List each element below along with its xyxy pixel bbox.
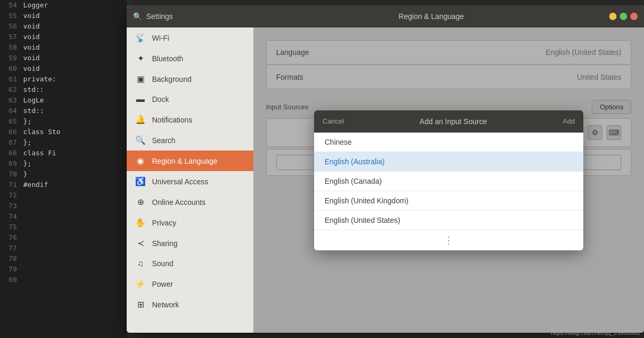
sidebar-label-network: Network (152, 301, 179, 309)
sidebar-label-search: Search (152, 136, 175, 145)
sidebar-label-power: Power (152, 280, 173, 288)
sidebar-label-sharing: Sharing (152, 239, 177, 248)
sidebar-item-background[interactable]: ▣ Background (127, 69, 253, 89)
sidebar-label-notifications: Notifications (152, 116, 192, 124)
sidebar-label-privacy: Privacy (152, 219, 176, 227)
dialog-list-item[interactable]: English (Australia) (314, 152, 583, 172)
line-numbers: 5455565758596061626364656667686970717273… (0, 0, 21, 338)
sidebar-item-dock[interactable]: ▬ Dock (127, 89, 253, 109)
maximize-button[interactable] (620, 13, 627, 20)
bluetooth-icon: ✦ (135, 53, 146, 63)
sound-icon: ♫ (135, 259, 146, 268)
content-area: 📡 Wi-Fi ✦ Bluetooth ▣ Background ▬ Dock … (127, 27, 644, 333)
main-panel: Language English (United States) Formats… (253, 27, 644, 333)
privacy-icon: ✋ (135, 218, 146, 228)
dialog-language-list: ChineseEnglish (Australia)English (Canad… (314, 133, 583, 230)
sidebar: 📡 Wi-Fi ✦ Bluetooth ▣ Background ▬ Dock … (127, 27, 253, 333)
wifi-icon: 📡 (135, 33, 146, 43)
dialog-title: Add an Input Source (352, 117, 554, 126)
search-icon: 🔍 (135, 135, 146, 145)
main-window-title: Region & Language (253, 12, 609, 21)
dialog-list-item[interactable]: English (United Kingdom) (314, 191, 583, 211)
sidebar-label-online-accounts: Online Accounts (152, 198, 205, 206)
sidebar-item-notifications[interactable]: 🔔 Notifications (127, 109, 253, 130)
sidebar-item-sharing[interactable]: ≺ Sharing (127, 233, 253, 253)
sidebar-label-region: Region & Language (152, 157, 217, 165)
sidebar-item-network[interactable]: ⊞ Network (127, 294, 253, 315)
window-controls (609, 13, 644, 20)
add-input-source-dialog: Cancel Add an Input Source Add ChineseEn… (314, 110, 583, 250)
sidebar-label-dock: Dock (152, 95, 169, 104)
sidebar-item-sound[interactable]: ♫ Sound (127, 253, 253, 274)
dialog-list-item[interactable]: English (United States) (314, 211, 583, 230)
dialog-list-item[interactable]: English (Canada) (314, 172, 583, 191)
settings-window: 🔍 Settings Region & Language 📡 Wi-Fi ✦ B… (127, 5, 644, 333)
code-content: Logger void void void void void voidpriv… (21, 0, 127, 338)
dock-icon: ▬ (135, 95, 146, 104)
dialog-header: Cancel Add an Input Source Add (314, 110, 583, 133)
sidebar-item-power[interactable]: ⚡ Power (127, 274, 253, 294)
universal-access-icon: ♿ (135, 176, 146, 186)
sidebar-item-universal-access[interactable]: ♿ Universal Access (127, 171, 253, 192)
code-editor: 5455565758596061626364656667686970717273… (0, 0, 127, 338)
sidebar-item-region[interactable]: ◉ Region & Language (127, 151, 253, 171)
sharing-icon: ≺ (135, 238, 146, 248)
sidebar-label-background: Background (152, 75, 192, 83)
online-accounts-icon: ⊕ (135, 197, 146, 207)
sidebar-item-bluetooth[interactable]: ✦ Bluetooth (127, 48, 253, 69)
sidebar-item-privacy[interactable]: ✋ Privacy (127, 212, 253, 233)
close-button[interactable] (630, 13, 638, 20)
sidebar-label-sound: Sound (152, 259, 173, 268)
dialog-cancel-button[interactable]: Cancel (314, 110, 352, 133)
title-bar: 🔍 Settings Region & Language (127, 5, 644, 27)
sidebar-item-wifi[interactable]: 📡 Wi-Fi (127, 27, 253, 48)
sidebar-label-bluetooth: Bluetooth (152, 54, 183, 63)
sidebar-label-universal-access: Universal Access (152, 177, 209, 186)
background-icon: ▣ (135, 74, 146, 84)
sidebar-label-wifi: Wi-Fi (152, 34, 169, 42)
power-icon: ⚡ (135, 279, 146, 289)
dialog-overlay: Cancel Add an Input Source Add ChineseEn… (253, 27, 644, 333)
dialog-list-item[interactable]: Chinese (314, 133, 583, 152)
network-icon: ⊞ (135, 299, 146, 309)
dialog-more-icon[interactable]: ⋮ (314, 230, 583, 250)
notifications-icon: 🔔 (135, 115, 146, 125)
sidebar-window-title: Settings (146, 12, 247, 21)
sidebar-item-online-accounts[interactable]: ⊕ Online Accounts (127, 192, 253, 212)
search-icon: 🔍 (133, 12, 142, 21)
sidebar-item-search[interactable]: 🔍 Search (127, 130, 253, 151)
dialog-add-button[interactable]: Add (554, 110, 583, 133)
sidebar-title-area: 🔍 Settings (127, 12, 253, 21)
region-icon: ◉ (135, 156, 146, 166)
minimize-button[interactable] (609, 13, 617, 20)
